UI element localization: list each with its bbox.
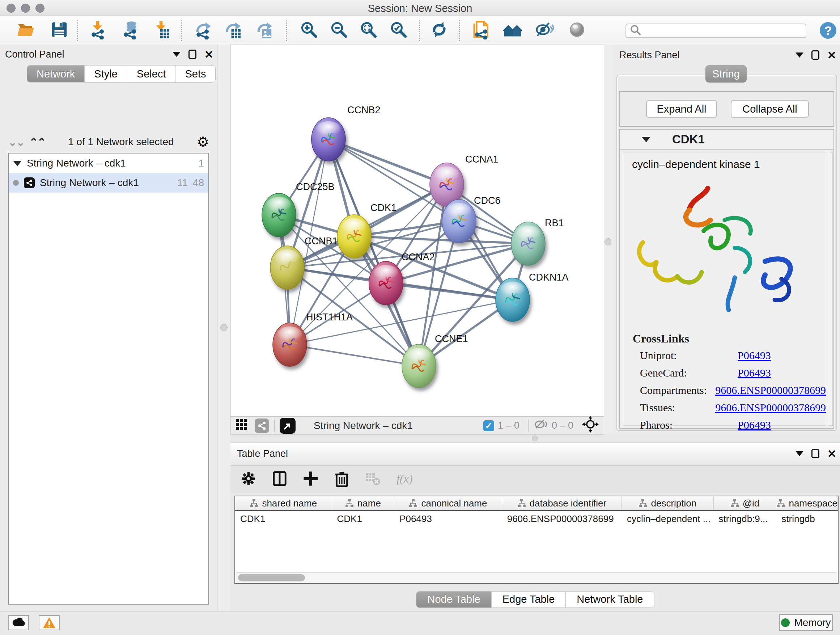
- search-field[interactable]: [625, 24, 806, 38]
- tab-style[interactable]: Style: [85, 65, 127, 82]
- tab-select[interactable]: Select: [127, 65, 176, 82]
- help-icon[interactable]: ?: [820, 22, 836, 39]
- network-collection-label: String Network – cdk1: [27, 157, 193, 169]
- network-options-gear-icon[interactable]: ⚙: [197, 134, 209, 150]
- control-panel-maximize-icon[interactable]: [188, 50, 196, 59]
- crosslink-row: Uniprot:P06493: [623, 347, 826, 364]
- table-cell: stringdb: [776, 513, 838, 524]
- export-image-button[interactable]: [254, 21, 275, 40]
- share-view-icon[interactable]: [255, 418, 269, 433]
- results-scrollbar[interactable]: [828, 152, 833, 426]
- add-column-button[interactable]: [302, 469, 320, 489]
- cloud-button[interactable]: [8, 615, 29, 630]
- zoom-out-button[interactable]: [328, 21, 349, 40]
- tab-network-table[interactable]: Network Table: [566, 591, 654, 608]
- table-cell: P06493: [394, 513, 502, 524]
- file-share-icon: [472, 20, 491, 41]
- column-header--id[interactable]: @id: [714, 496, 777, 510]
- table-horizontal-scrollbar[interactable]: [236, 572, 837, 583]
- tab-sets[interactable]: Sets: [175, 65, 216, 82]
- column-header-description[interactable]: description: [622, 496, 714, 510]
- horizontal-splitter-handle[interactable]: [532, 435, 538, 441]
- zoom-in-button[interactable]: [298, 21, 319, 40]
- network-tree-child-row[interactable]: String Network – cdk1 11 48: [9, 173, 208, 193]
- refresh-button[interactable]: [429, 21, 450, 40]
- expand-all-networks-icon[interactable]: ⌃⌃: [29, 136, 45, 149]
- network-canvas[interactable]: CCNB2 CCNA1 CDC25B CDK1 CDC6 RB1: [231, 44, 604, 416]
- collapse-all-networks-icon[interactable]: ⌄⌄: [8, 136, 24, 149]
- show-columns-button[interactable]: [270, 469, 289, 489]
- table-cell: stringdb:9...: [714, 513, 777, 524]
- save-session-button[interactable]: [49, 21, 70, 40]
- column-header-canonical-name[interactable]: canonical name: [394, 496, 502, 510]
- show-all-button[interactable]: [567, 21, 587, 40]
- table-panel-close-icon[interactable]: ✕: [827, 448, 836, 460]
- tab-string[interactable]: String: [706, 65, 747, 82]
- table-row[interactable]: CDK1CDK1P064939606.ENSP00000378699cyclin…: [235, 511, 838, 527]
- control-panel-close-icon[interactable]: ✕: [204, 48, 213, 61]
- collapse-node-icon[interactable]: [642, 137, 651, 142]
- share-session-button[interactable]: [471, 21, 492, 40]
- bird-eye-view-icon[interactable]: [582, 416, 599, 435]
- zoom-selected-button[interactable]: [388, 21, 409, 40]
- right-splitter-handle[interactable]: [605, 238, 612, 245]
- crosslink-value-link[interactable]: P06493: [737, 419, 771, 431]
- selected-checkbox-icon[interactable]: ✓: [483, 420, 494, 431]
- control-panel-float-icon[interactable]: [172, 52, 180, 57]
- import-network-file-button[interactable]: [88, 21, 109, 40]
- memory-button[interactable]: Memory: [779, 614, 833, 631]
- first-neighbors-button[interactable]: [502, 21, 523, 40]
- window-title: Session: New Session: [0, 3, 840, 14]
- tab-network[interactable]: Network: [27, 65, 85, 82]
- import-table-icon: [152, 20, 171, 41]
- column-header-shared-name[interactable]: shared name: [235, 496, 332, 510]
- warnings-button[interactable]: [39, 615, 60, 630]
- tab-node-table[interactable]: Node Table: [416, 591, 491, 608]
- grid-view-icon[interactable]: [235, 418, 248, 433]
- network-tree-root-row[interactable]: String Network – cdk1 1: [9, 154, 208, 173]
- left-splitter-handle[interactable]: [220, 324, 227, 331]
- table-settings-button[interactable]: [239, 469, 258, 489]
- table-panel-float-icon[interactable]: [796, 451, 804, 456]
- crosslink-value-link[interactable]: P06493: [737, 349, 771, 362]
- app-window: Session: New Session ? Control Panel ✕ N…: [0, 0, 840, 635]
- tab-edge-table[interactable]: Edge Table: [492, 591, 566, 608]
- delete-column-button[interactable]: [332, 469, 351, 489]
- network-collection-count: 1: [198, 157, 204, 169]
- node-label-CCNA1: CCNA1: [465, 154, 499, 165]
- table-scrollbar-thumb[interactable]: [238, 574, 305, 581]
- column-header-name[interactable]: name: [332, 496, 395, 510]
- node-result-header[interactable]: CDK1: [620, 130, 834, 150]
- folder-open-icon: [16, 20, 36, 41]
- expand-all-button[interactable]: Expand All: [646, 100, 717, 118]
- network-node-CCNA2: [369, 261, 403, 305]
- node-name: CDK1: [672, 133, 705, 146]
- status-bar: Memory: [0, 611, 840, 635]
- search-input[interactable]: [641, 25, 797, 37]
- hide-selected-button[interactable]: [534, 21, 554, 40]
- results-panel-maximize-icon[interactable]: [812, 50, 819, 60]
- crosslink-label: Uniprot:: [640, 349, 737, 362]
- export-network-button[interactable]: [193, 21, 213, 40]
- import-network-database-button[interactable]: [120, 21, 141, 40]
- export-table-button[interactable]: [222, 21, 243, 40]
- open-session-button[interactable]: [16, 21, 36, 40]
- detach-view-icon[interactable]: [279, 418, 295, 434]
- import-network-icon: [88, 20, 108, 41]
- column-header-namespace[interactable]: namespace: [776, 496, 838, 510]
- crosslink-value-link[interactable]: 9606.ENSP00000378699: [715, 384, 826, 396]
- crosslink-value-link[interactable]: 9606.ENSP00000378699: [715, 402, 826, 414]
- results-panel-close-icon[interactable]: ✕: [827, 49, 836, 62]
- crosslink-label: Compartments:: [640, 384, 715, 396]
- import-table-button[interactable]: [151, 21, 172, 40]
- network-node-CDKN1A: [496, 278, 530, 321]
- network-label: String Network – cdk1: [40, 177, 172, 188]
- crosslink-value-link[interactable]: P06493: [737, 367, 771, 379]
- zoom-fit-button[interactable]: [358, 21, 379, 40]
- table-panel-maximize-icon[interactable]: [812, 449, 819, 458]
- collapse-all-button[interactable]: Collapse All: [731, 100, 809, 118]
- column-header-database-identifier[interactable]: database identifier: [502, 496, 622, 510]
- collapse-arrow-icon[interactable]: [13, 161, 22, 166]
- gray-sphere-icon: [567, 20, 587, 41]
- results-panel-float-icon[interactable]: [796, 52, 804, 57]
